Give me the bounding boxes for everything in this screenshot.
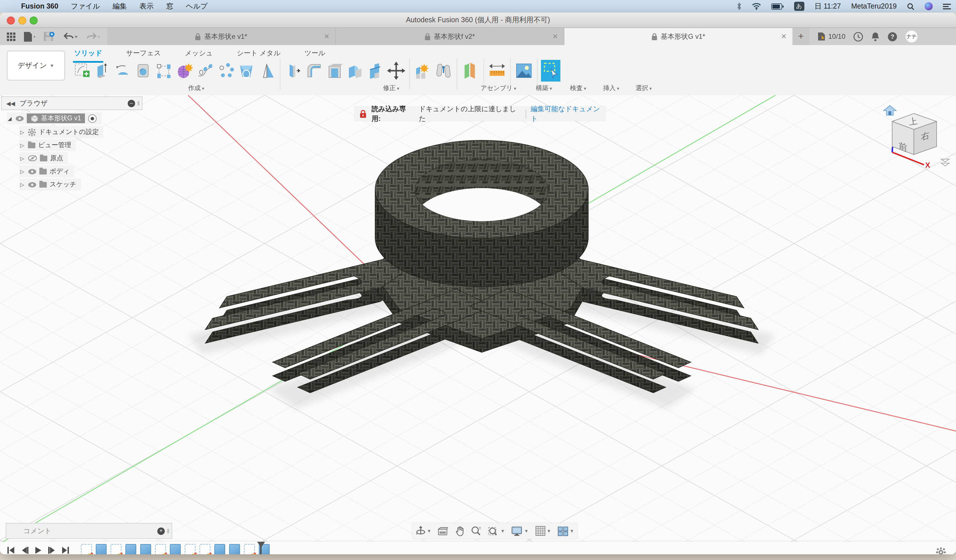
create-form-icon[interactable]: [175, 60, 195, 82]
orbit-icon[interactable]: ▼: [415, 526, 432, 536]
timeline-feature-extrude-11[interactable]: [229, 544, 240, 554]
revolve-icon[interactable]: [113, 60, 134, 82]
user-avatar[interactable]: ナテ: [905, 30, 918, 43]
group-inspect[interactable]: 検査: [570, 84, 586, 92]
timeline-feature-extrude-4[interactable]: [126, 544, 136, 554]
comment-bar[interactable]: コメント + ‖: [6, 523, 172, 539]
browser-item-origin[interactable]: ▷ 原点: [19, 152, 68, 164]
wifi-icon[interactable]: [747, 3, 766, 10]
add-comment-icon[interactable]: +: [157, 527, 165, 535]
timeline-feature-sketch-1[interactable]: [81, 544, 92, 554]
play-icon[interactable]: [34, 546, 42, 554]
browser-close-icon[interactable]: –: [128, 99, 135, 107]
tab-close-icon[interactable]: ✕: [781, 33, 787, 41]
menu-edit[interactable]: 編集: [106, 2, 133, 11]
menu-window[interactable]: 窓: [160, 2, 179, 11]
measure-icon[interactable]: [487, 60, 507, 82]
step-forward-icon[interactable]: [48, 546, 56, 554]
press-pull-icon[interactable]: [283, 60, 304, 82]
timeline-position-marker[interactable]: [260, 543, 262, 554]
undo-icon[interactable]: [63, 32, 77, 41]
shell-icon[interactable]: [324, 60, 345, 82]
bluetooth-icon[interactable]: [731, 2, 747, 10]
expander-icon[interactable]: ▷: [19, 129, 25, 135]
skip-to-end-icon[interactable]: [61, 546, 69, 554]
activate-radio-icon[interactable]: [88, 114, 97, 123]
visibility-eye-icon[interactable]: [28, 182, 36, 187]
expander-icon[interactable]: ▷: [19, 182, 25, 187]
zoom-icon[interactable]: ±: [471, 526, 481, 536]
file-menu-icon[interactable]: [24, 31, 36, 41]
browser-collapse-icon[interactable]: ◀◀: [2, 100, 20, 106]
workspace-selector[interactable]: デザイン▼: [7, 51, 65, 80]
look-at-icon[interactable]: [438, 527, 449, 535]
construct-plane-icon[interactable]: [460, 60, 481, 82]
timeline-settings-gear-icon[interactable]: [936, 547, 946, 554]
browser-item-sketches[interactable]: ▷ スケッチ: [19, 178, 81, 190]
siri-icon[interactable]: [920, 2, 938, 10]
rib-icon[interactable]: [256, 60, 277, 82]
menu-app-name[interactable]: Fusion 360: [15, 2, 65, 10]
move-icon[interactable]: [386, 60, 406, 82]
timeline-feature-sketch-8[interactable]: [185, 544, 195, 554]
group-select[interactable]: 選択: [635, 84, 652, 92]
job-status-icon[interactable]: [854, 31, 863, 41]
new-component-icon[interactable]: [413, 60, 433, 82]
view-cube[interactable]: Z X 上 前 右: [877, 100, 951, 168]
timeline-feature-extrude-7[interactable]: [170, 544, 181, 554]
browser-item-bodies[interactable]: ▷ ボディ: [19, 165, 74, 177]
pan-icon[interactable]: [456, 526, 465, 536]
browser-panel-header[interactable]: ◀◀ ブラウザ – ‖: [1, 96, 143, 110]
timeline-feature-sketch-9[interactable]: [200, 544, 210, 554]
document-counter[interactable]: 10/10: [818, 32, 845, 41]
expander-icon[interactable]: ▷: [19, 168, 25, 174]
expander-icon[interactable]: ▷: [19, 142, 25, 148]
cube-face-top[interactable]: 上: [908, 116, 918, 127]
doc-tab-2[interactable]: 基本形状f v2* ✕: [336, 28, 564, 45]
model-3d-body[interactable]: [0, 95, 956, 554]
visibility-eye-icon[interactable]: [28, 168, 36, 174]
timeline-feature-sketch-6[interactable]: [155, 544, 166, 554]
visibility-off-icon[interactable]: [28, 155, 37, 161]
browser-item-doc-settings[interactable]: ▷ ドキュメントの設定: [19, 126, 104, 138]
zoom-window-icon[interactable]: ▼: [488, 526, 505, 536]
timeline-feature-sketch-3[interactable]: [111, 544, 121, 554]
split-body-icon[interactable]: [365, 60, 386, 82]
close-button[interactable]: [7, 17, 15, 25]
viewports-icon[interactable]: ▼: [558, 526, 574, 536]
menu-file[interactable]: ファイル: [65, 2, 106, 11]
combine-icon[interactable]: [345, 60, 365, 82]
help-icon[interactable]: ?: [888, 31, 897, 41]
loft-icon[interactable]: [236, 60, 256, 82]
menu-user[interactable]: MetaTeru2019: [846, 2, 902, 10]
doc-tab-3-active[interactable]: 基本形状G v1* ✕: [564, 28, 792, 45]
tab-close-icon[interactable]: ✕: [324, 33, 330, 41]
expander-icon[interactable]: ▷: [19, 156, 25, 161]
browser-root-row[interactable]: ◢ 基本形状G v1: [7, 112, 102, 124]
save-icon[interactable]: [44, 31, 55, 41]
menu-clock[interactable]: 日 11:27: [810, 2, 846, 11]
battery-icon[interactable]: [766, 3, 789, 9]
visibility-eye-icon[interactable]: [16, 115, 24, 121]
menu-help[interactable]: ヘルプ: [179, 2, 214, 11]
input-source-icon[interactable]: あ: [789, 2, 809, 11]
expander-icon[interactable]: ◢: [7, 115, 13, 121]
editable-documents-link[interactable]: 編集可能なドキュメント: [531, 104, 605, 123]
fillet-icon[interactable]: [304, 60, 324, 82]
group-construct[interactable]: 構築: [536, 84, 552, 92]
zoom-button[interactable]: [30, 17, 38, 25]
browser-item-view-mgmt[interactable]: ▷ ビュー管理: [19, 139, 76, 151]
timeline-feature-extrude-2[interactable]: [96, 544, 107, 554]
spline-pattern-icon[interactable]: [195, 60, 215, 82]
model-viewport[interactable]: 読み込み専用: ドキュメントの上限に達しました 編集可能なドキュメント ◀◀ ブ…: [0, 95, 956, 554]
group-assemble[interactable]: アセンブリ: [481, 84, 516, 92]
hole-icon[interactable]: [134, 60, 154, 82]
extrude-icon[interactable]: [92, 60, 113, 82]
doc-tab-1[interactable]: 基本形状e v1* ✕: [107, 28, 336, 45]
timeline-feature-extrude-10[interactable]: [214, 544, 225, 554]
notifications-bell-icon[interactable]: [871, 31, 880, 41]
display-settings-icon[interactable]: ▼: [512, 526, 529, 536]
tab-close-icon[interactable]: ✕: [552, 33, 558, 41]
group-modify[interactable]: 修正: [383, 84, 399, 92]
timeline-feature-extrude-5[interactable]: [140, 544, 151, 554]
